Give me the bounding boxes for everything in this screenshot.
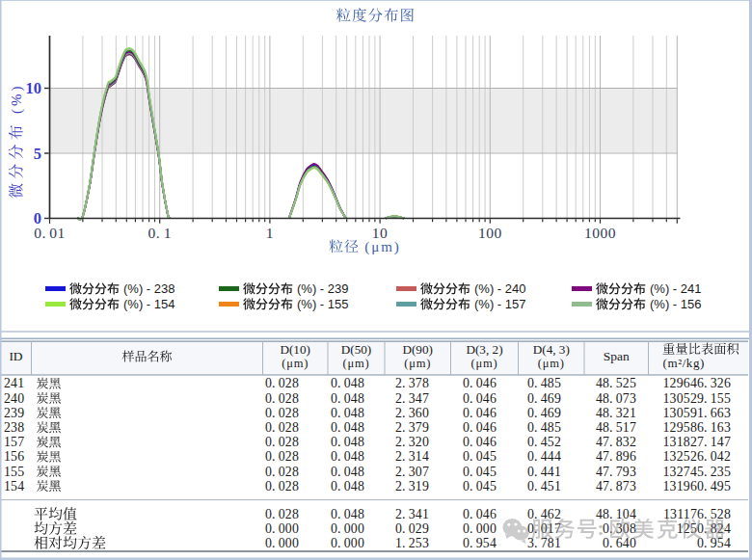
svg-text:(%) - 239: (%) - 239	[297, 281, 348, 296]
svg-text:0. 000: 0. 000	[265, 536, 299, 550]
svg-text:2. 319: 2. 319	[395, 479, 429, 493]
svg-text:2. 379: 2. 379	[395, 420, 429, 435]
svg-text:2. 360: 2. 360	[395, 406, 429, 420]
svg-text:240: 240	[4, 391, 24, 406]
svg-text:0. 028: 0. 028	[265, 435, 299, 449]
svg-text:(%): (%)	[9, 84, 25, 115]
svg-text:0. 469: 0. 469	[527, 406, 561, 420]
svg-text:157: 157	[4, 435, 24, 449]
svg-text:(μm): (μm)	[364, 239, 401, 255]
svg-text:2. 341: 2. 341	[395, 507, 429, 521]
svg-text:0. 048: 0. 048	[331, 465, 364, 479]
svg-text:0. 046: 0. 046	[463, 406, 497, 420]
svg-text:D(4, 3): D(4, 3)	[533, 342, 570, 357]
svg-text:(%) - 240: (%) - 240	[474, 281, 525, 296]
svg-text:239: 239	[4, 406, 24, 420]
svg-text:(%) - 156: (%) - 156	[650, 297, 701, 311]
svg-text:241: 241	[4, 376, 24, 390]
svg-text:48. 525: 48. 525	[596, 376, 636, 390]
svg-text:(%) - 154: (%) - 154	[123, 297, 175, 311]
svg-text:131960. 495: 131960. 495	[663, 479, 732, 493]
svg-text:0. 451: 0. 451	[527, 479, 561, 493]
svg-text:48. 104: 48. 104	[596, 507, 636, 521]
svg-text:0. 045: 0. 045	[463, 479, 497, 493]
svg-text:0. 485: 0. 485	[527, 376, 561, 390]
svg-text:47. 896: 47. 896	[596, 449, 636, 464]
svg-text:131176. 528: 131176. 528	[663, 507, 731, 521]
svg-text:100: 100	[478, 225, 502, 241]
svg-text:129646. 326: 129646. 326	[663, 376, 732, 390]
svg-text:D(90): D(90)	[402, 342, 433, 357]
svg-text:0. 000: 0. 000	[331, 536, 364, 550]
svg-text:0. 046: 0. 046	[463, 420, 497, 435]
svg-text:130591. 663: 130591. 663	[663, 406, 732, 420]
svg-text:10: 10	[26, 79, 42, 97]
svg-text:2. 314: 2. 314	[395, 449, 429, 464]
svg-text:0. 048: 0. 048	[331, 479, 364, 493]
svg-text:48. 073: 48. 073	[596, 391, 636, 406]
svg-text:D(10): D(10)	[280, 342, 310, 357]
svg-text:0. 048: 0. 048	[331, 406, 364, 420]
svg-text:0. 028: 0. 028	[265, 479, 299, 493]
svg-text:0. 028: 0. 028	[265, 507, 299, 521]
svg-text:156: 156	[4, 449, 24, 464]
svg-text:0. 444: 0. 444	[527, 449, 561, 464]
svg-text:1: 1	[266, 225, 274, 241]
svg-text:0. 045: 0. 045	[463, 449, 497, 464]
svg-text:0. 1: 0. 1	[148, 225, 171, 241]
svg-text:131827. 147: 131827. 147	[663, 435, 732, 449]
svg-text:(μm): (μm)	[282, 357, 309, 370]
svg-text:(%) - 241: (%) - 241	[650, 281, 701, 296]
svg-text:0. 046: 0. 046	[463, 435, 497, 449]
svg-text:(m²/kg): (m²/kg)	[663, 356, 705, 370]
svg-text:48. 321: 48. 321	[596, 406, 636, 420]
svg-text:0. 048: 0. 048	[331, 449, 364, 464]
svg-text:2. 307: 2. 307	[395, 465, 429, 479]
svg-text:ID: ID	[9, 349, 22, 363]
svg-text:0. 028: 0. 028	[265, 376, 299, 390]
svg-text:238: 238	[4, 420, 24, 435]
svg-text:0. 640: 0. 640	[603, 536, 636, 550]
svg-text:D(3, 2): D(3, 2)	[466, 342, 502, 357]
svg-text:(%) - 238: (%) - 238	[123, 281, 175, 296]
svg-text:0. 046: 0. 046	[463, 507, 497, 521]
svg-text:0. 000: 0. 000	[265, 521, 299, 536]
svg-text:0: 0	[34, 209, 41, 227]
svg-text:47. 793: 47. 793	[596, 465, 636, 479]
svg-text:0. 441: 0. 441	[527, 465, 561, 479]
svg-text:0. 485: 0. 485	[527, 420, 561, 435]
svg-text:0. 452: 0. 452	[527, 435, 561, 449]
svg-text:(μm): (μm)	[471, 357, 498, 370]
svg-text:0. 028: 0. 028	[265, 465, 299, 479]
svg-text:0. 045: 0. 045	[463, 465, 497, 479]
svg-text:Span: Span	[604, 349, 630, 363]
svg-text:155: 155	[4, 465, 24, 479]
svg-text:0. 000: 0. 000	[331, 521, 364, 536]
svg-text:0. 048: 0. 048	[331, 435, 364, 449]
svg-text:0. 028: 0. 028	[265, 406, 299, 420]
svg-text:132745. 235: 132745. 235	[663, 465, 732, 479]
svg-text:0. 046: 0. 046	[463, 391, 497, 406]
svg-text:0. 028: 0. 028	[265, 420, 299, 435]
svg-text:0. 308: 0. 308	[603, 521, 636, 536]
svg-text:(μm): (μm)	[538, 357, 565, 370]
svg-text:0. 029: 0. 029	[395, 521, 429, 536]
svg-text:2. 378: 2. 378	[395, 376, 429, 390]
svg-text:0. 000: 0. 000	[463, 521, 497, 536]
svg-text:0. 469: 0. 469	[527, 391, 561, 406]
svg-text:48. 517: 48. 517	[596, 420, 636, 435]
svg-text:1. 253: 1. 253	[395, 536, 429, 550]
svg-text:129586. 163: 129586. 163	[663, 420, 732, 435]
svg-text:154: 154	[4, 479, 24, 493]
svg-text:0. 954: 0. 954	[463, 536, 497, 550]
svg-text:2. 320: 2. 320	[395, 435, 429, 449]
svg-text:47. 832: 47. 832	[596, 435, 636, 449]
svg-text:2. 347: 2. 347	[395, 391, 429, 406]
svg-text:5: 5	[34, 145, 41, 163]
svg-text:1000: 1000	[584, 225, 616, 241]
svg-text:0. 046: 0. 046	[463, 376, 497, 390]
svg-text:0. 028: 0. 028	[265, 449, 299, 464]
svg-text:0. 048: 0. 048	[331, 376, 364, 390]
svg-text:0. 048: 0. 048	[331, 507, 364, 521]
svg-text:(μm): (μm)	[404, 357, 431, 370]
